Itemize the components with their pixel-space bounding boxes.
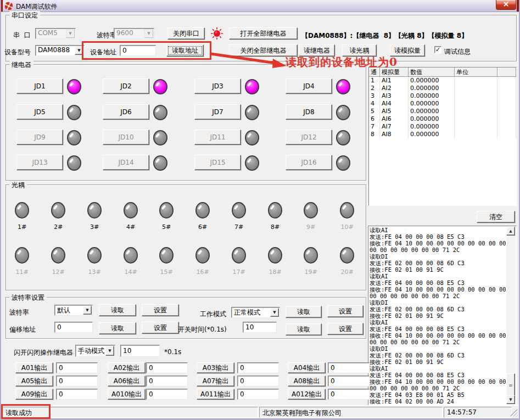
analog-col-header[interactable]: 数值 (409, 68, 455, 77)
relay-button-jd13[interactable]: JD13 (16, 155, 63, 170)
baudrate-set-button[interactable]: 设置 (142, 304, 179, 316)
output-button-a09[interactable]: A09输出 (15, 389, 53, 400)
model-select[interactable]: DAM0888 ▼ (35, 45, 85, 56)
close-button[interactable]: × (496, 0, 516, 10)
output-value-input-a07[interactable] (237, 376, 279, 387)
opto-led-9 (304, 202, 318, 219)
chevron-down-icon[interactable]: ▼ (75, 46, 83, 55)
close-serial-button[interactable]: 关闭串口 (167, 27, 205, 40)
chevron-down-icon[interactable]: ▼ (105, 346, 114, 356)
table-row[interactable]: 1AI10.000000 (369, 77, 516, 85)
read-opto-button[interactable]: 读光耦 (342, 44, 377, 57)
output-value-input-a05[interactable] (56, 376, 98, 387)
output-value-input-a01[interactable] (56, 362, 98, 373)
relay-button-jd3[interactable]: JD3 (194, 79, 241, 94)
port-select[interactable]: COM5 ▼ (35, 28, 76, 39)
opto-label-11: 11# (11, 268, 33, 276)
debug-info-checkbox[interactable]: ✓ (434, 46, 441, 53)
clear-log-button[interactable]: 清空 (477, 211, 515, 223)
flash-time-input[interactable] (120, 345, 160, 357)
relay-button-jd8[interactable]: JD8 (286, 104, 332, 120)
offset-set-button[interactable]: 设置 (142, 322, 179, 334)
table-cell (497, 85, 516, 92)
output-value-input-a04[interactable] (328, 362, 370, 373)
offset-address-input[interactable] (54, 322, 93, 333)
work-mode-select[interactable]: 正常模式 ▼ (231, 307, 280, 318)
scroll-down-icon[interactable]: ▼ (506, 395, 515, 404)
relay-button-jd4[interactable]: JD4 (286, 79, 332, 94)
output-value-input-a03[interactable] (237, 362, 279, 373)
table-row[interactable]: 5AI50.000000 (369, 108, 516, 115)
switch-time-input[interactable] (243, 322, 277, 333)
opto-led-16 (195, 247, 210, 264)
chevron-down-icon[interactable]: ▼ (66, 29, 75, 38)
output-button-a012[interactable]: A012输出 (288, 389, 326, 400)
output-button-a02[interactable]: A02输出 (108, 362, 146, 373)
relay-button-jd16[interactable]: JD16 (286, 155, 332, 170)
scroll-up-icon[interactable]: ▲ (506, 227, 515, 236)
output-button-a07[interactable]: A07输出 (197, 376, 234, 387)
open-all-relays-button[interactable]: 打开全部继电器 (229, 27, 298, 40)
read-address-button[interactable]: 读取地址 (166, 44, 204, 57)
relay-led-jd2 (153, 79, 167, 94)
log-scrollbar[interactable]: ▲ ≡ ▼ (506, 227, 516, 404)
relay-button-jd7[interactable]: JD7 (194, 104, 241, 120)
output-value-input-a011[interactable] (237, 389, 279, 400)
output-value-input-a06[interactable] (146, 376, 188, 387)
output-button-a08[interactable]: A08输出 (288, 376, 326, 387)
table-row[interactable]: 8AI80.000000 (369, 131, 516, 138)
switch-time-read-button[interactable]: 读取 (286, 323, 322, 335)
output-button-a01[interactable]: A01输出 (15, 362, 53, 373)
output-button-a011[interactable]: A011输出 (197, 389, 234, 400)
relay-button-jd1[interactable]: JD1 (16, 79, 63, 94)
analog-col-header[interactable]: 单位 (455, 68, 497, 77)
output-button-a06[interactable]: A06输出 (108, 376, 146, 387)
relay-button-jd2[interactable]: JD2 (103, 79, 149, 94)
relay-button-jd12[interactable]: JD12 (286, 130, 332, 145)
output-value-input-a010[interactable] (146, 389, 188, 400)
analog-col-header[interactable]: 模拟量 (380, 68, 409, 77)
table-row[interactable]: 4AI40.000000 (369, 100, 516, 108)
output-value-input-a08[interactable] (328, 376, 370, 387)
scroll-thumb[interactable]: ≡ (506, 373, 515, 397)
device-address-input[interactable] (120, 45, 156, 56)
chevron-down-icon[interactable]: ▼ (83, 306, 92, 315)
baudrate-read-button[interactable]: 读取 (99, 304, 136, 316)
baudrate-select[interactable]: 默认 ▼ (54, 305, 93, 316)
title-bar[interactable]: DAM调试软件 × (1, 0, 519, 12)
relay-button-jd11[interactable]: JD11 (194, 130, 241, 145)
read-analog-button[interactable]: 读模拟量 (390, 44, 425, 57)
output-button-a05[interactable]: A05输出 (15, 376, 53, 387)
table-cell: AI4 (380, 100, 409, 108)
output-value-input-a02[interactable] (146, 362, 188, 373)
table-cell: 2 (369, 85, 380, 92)
flash-mode-select[interactable]: 手动模式 ▼ (75, 345, 115, 357)
close-all-relays-button[interactable]: 关闭全部继电器 (229, 44, 298, 57)
baud-select[interactable]: 9600 ▼ (114, 28, 154, 39)
chevron-down-icon[interactable]: ▼ (144, 29, 153, 38)
relay-button-jd10[interactable]: JD10 (103, 130, 149, 145)
table-row[interactable]: 7AI70.000000 (369, 123, 516, 131)
analog-col-header[interactable] (497, 68, 516, 77)
table-row[interactable]: 2AI20.000000 (369, 85, 516, 92)
read-relay-button[interactable]: 读继电器 (299, 44, 335, 57)
output-button-a010[interactable]: A010输出 (108, 389, 146, 400)
work-mode-set-button[interactable]: 设置 (327, 305, 364, 317)
output-value-input-a012[interactable] (328, 389, 370, 400)
table-row[interactable]: 3AI30.000000 (369, 92, 516, 100)
switch-time-set-button[interactable]: 设置 (327, 323, 364, 335)
relay-button-jd14[interactable]: JD14 (103, 155, 149, 170)
table-row[interactable]: 6AI60.000000 (369, 115, 516, 123)
relay-button-jd9[interactable]: JD9 (16, 130, 63, 145)
chevron-down-icon[interactable]: ▼ (270, 308, 279, 317)
output-button-a04[interactable]: A04输出 (288, 362, 326, 373)
output-button-a03[interactable]: A03输出 (197, 362, 234, 373)
relay-button-jd15[interactable]: JD15 (194, 155, 241, 170)
relay-button-jd5[interactable]: JD5 (16, 104, 63, 120)
offset-read-button[interactable]: 读取 (99, 322, 136, 334)
relay-button-jd6[interactable]: JD6 (103, 104, 149, 120)
log-text[interactable]: 读取AI 发送:FE 04 00 00 00 08 E5 C3 接收:FE 04… (370, 227, 506, 404)
analog-col-header[interactable]: 通 (369, 68, 380, 77)
output-value-input-a09[interactable] (56, 389, 98, 400)
work-mode-read-button[interactable]: 读取 (286, 306, 322, 318)
